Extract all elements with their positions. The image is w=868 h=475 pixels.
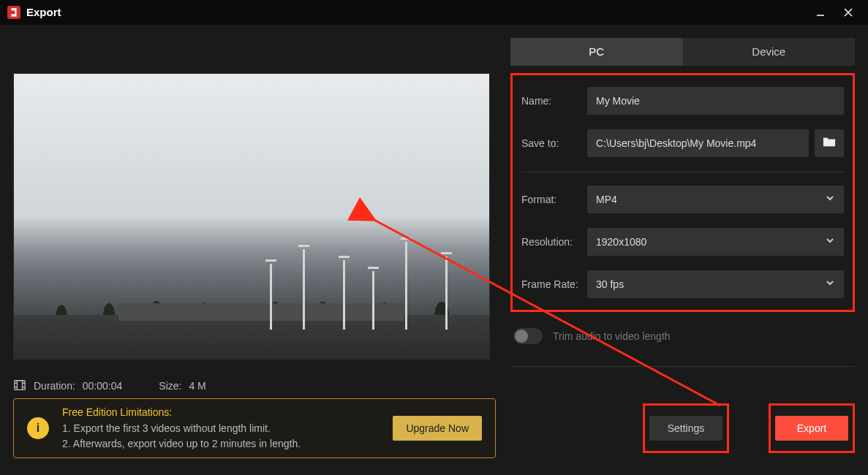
browse-button[interactable] — [815, 129, 844, 157]
limitations-title: Free Edition Limitations: — [62, 405, 380, 421]
folder-icon — [823, 136, 836, 151]
size-value: 4 M — [189, 380, 205, 392]
tab-pc[interactable]: PC — [510, 38, 683, 66]
chevron-down-icon — [825, 278, 835, 290]
output-tabs: PC Device — [510, 38, 855, 66]
name-label: Name: — [521, 95, 587, 107]
trim-audio-toggle[interactable] — [513, 328, 543, 344]
window-title: Export — [26, 6, 61, 18]
name-input[interactable]: My Movie — [587, 87, 844, 115]
chevron-down-icon — [825, 235, 835, 248]
export-settings-form: Name: My Movie Save to: C:\Users\bj\Desk… — [510, 73, 855, 312]
export-button[interactable]: Export — [775, 416, 848, 441]
size-label: Size: — [159, 380, 181, 392]
titlebar: Export — [0, 0, 868, 25]
settings-button[interactable]: Settings — [649, 416, 722, 441]
warning-icon: i — [27, 417, 49, 439]
format-select[interactable]: MP4 — [587, 186, 844, 213]
export-window: Export Duration: — [0, 0, 868, 475]
app-icon — [7, 6, 20, 19]
framerate-label: Frame Rate: — [521, 278, 587, 290]
video-preview — [13, 73, 490, 360]
limitations-line-1: 1. Export the first 3 videos without len… — [62, 421, 380, 437]
trim-audio-label: Trim audio to video length — [553, 330, 671, 342]
duration-label: Duration: — [34, 380, 75, 392]
save-to-input[interactable]: C:\Users\bj\Desktop\My Movie.mp4 — [587, 129, 809, 157]
settings-button-highlight: Settings — [643, 403, 729, 453]
free-edition-limitations: i Free Edition Limitations: 1. Export th… — [13, 398, 496, 458]
resolution-select[interactable]: 1920x1080 — [587, 228, 844, 256]
save-to-label: Save to: — [521, 137, 587, 149]
close-button[interactable] — [834, 1, 862, 23]
framerate-select[interactable]: 30 fps — [587, 270, 844, 298]
export-button-highlight: Export — [769, 403, 855, 453]
tab-device[interactable]: Device — [683, 38, 856, 66]
film-icon — [13, 379, 26, 394]
duration-value: 00:00:04 — [83, 380, 123, 392]
minimize-button[interactable] — [807, 1, 834, 23]
limitations-line-2: 2. Afterwards, export video up to 2 minu… — [62, 436, 380, 452]
svg-rect-3 — [15, 380, 25, 390]
chevron-down-icon — [825, 193, 835, 205]
resolution-label: Resolution: — [521, 236, 587, 248]
upgrade-now-button[interactable]: Upgrade Now — [393, 416, 482, 441]
format-label: Format: — [521, 194, 587, 205]
preview-meta: Duration: 00:00:04 Size: 4 M — [13, 379, 496, 394]
